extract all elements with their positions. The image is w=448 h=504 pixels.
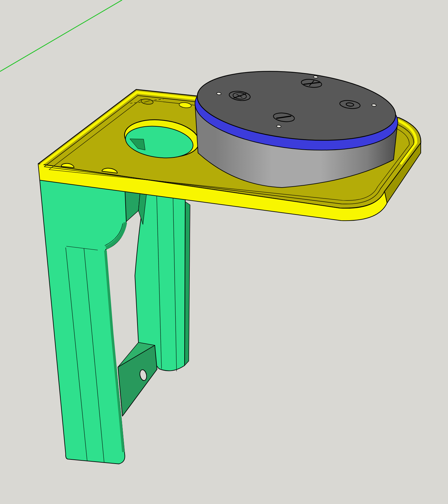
3d-viewport[interactable] (0, 0, 448, 504)
model-canvas[interactable] (0, 0, 448, 504)
